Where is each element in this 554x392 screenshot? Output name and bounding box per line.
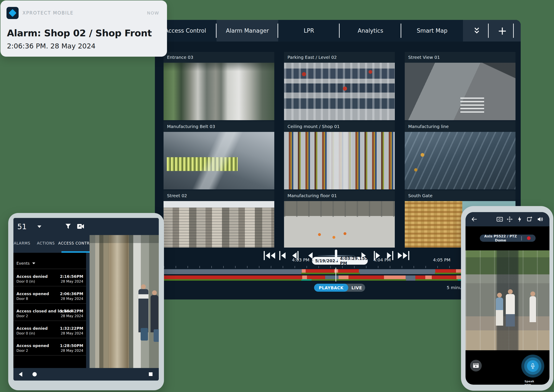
timeline-segment-green <box>312 279 406 281</box>
jump-to-start-glyph <box>266 252 270 259</box>
tab-alarm-manager[interactable]: Alarm Manager <box>217 20 278 42</box>
back-icon[interactable] <box>471 216 478 223</box>
tablet-camera-feed[interactable] <box>90 235 159 368</box>
mic-icon <box>527 360 539 372</box>
person-figure <box>496 298 503 326</box>
timeline-tick <box>426 266 426 268</box>
camera-tile-manufacturing-belt-03[interactable]: Manufacturing Belt 03 <box>163 121 274 189</box>
phone-device: Axis P5522 / PTZ Dome Speak now <box>461 206 553 391</box>
event-door: Door 0 (in) <box>16 279 35 283</box>
timeline-playhead[interactable] <box>335 268 336 281</box>
camera-tile-header: Street 02 <box>163 190 274 201</box>
camera-name-label: Street View 01 <box>408 55 440 60</box>
jump-to-end-glyph <box>398 252 402 259</box>
previous-sequence-button[interactable] <box>276 250 289 262</box>
android-back-icon[interactable] <box>19 372 22 377</box>
timeline-tick <box>414 266 414 268</box>
camera-feed-image <box>163 132 274 189</box>
add-tab-icon[interactable]: + <box>495 20 510 42</box>
timeline-segment-red <box>435 269 456 273</box>
camera-count-dropdown[interactable]: 51 <box>17 222 41 231</box>
timeline-segment-salmon <box>302 275 307 279</box>
camera-tile-header: Parking East / Level 02 <box>284 52 395 63</box>
camera-tile-street-view-01[interactable]: Street View 01 <box>405 52 516 120</box>
camera-name-label: Parking East / Level 02 <box>287 55 337 60</box>
record-indicator[interactable] <box>522 236 536 240</box>
speaker-icon[interactable] <box>537 216 544 223</box>
tab-separator <box>216 24 217 38</box>
time-slider-handle[interactable] <box>335 250 337 262</box>
camera-name-pill[interactable]: Axis P5522 / PTZ Dome <box>480 235 536 242</box>
tab-toolbar: + <box>463 20 521 42</box>
timeline-tick <box>235 266 235 268</box>
event-row[interactable]: Access deniedDoor 0 (in)1:32:22PM28 May … <box>14 321 86 338</box>
camera-feed-image <box>284 132 395 189</box>
chevron-down-icon <box>37 225 41 228</box>
time-label: 4:04 PM <box>373 257 391 263</box>
timeline-tick <box>342 266 343 268</box>
current-time-pill[interactable]: 5/19/2024 4:03:29.155 PM <box>312 257 368 265</box>
jump-to-start-button[interactable] <box>263 250 276 262</box>
person-figure <box>150 295 158 332</box>
timeline-segment-red <box>432 275 456 279</box>
tablet-tab-actions[interactable]: ACTIONS <box>37 241 55 245</box>
camera-tile-parking-east-level-02[interactable]: Parking East / Level 02 <box>284 52 395 120</box>
tab-analytics[interactable]: Analytics <box>340 20 401 42</box>
android-home-icon[interactable] <box>32 372 37 377</box>
event-door: Door 8 <box>16 297 28 301</box>
video-camera-icon[interactable] <box>77 224 84 230</box>
event-door: Door 2 <box>16 314 28 318</box>
camera-tile-header: Manufacturing line <box>405 121 516 132</box>
camera-name-label: South Gate <box>408 193 433 198</box>
current-date: 5/19/2024 <box>315 258 338 263</box>
android-recents-icon[interactable] <box>149 372 152 376</box>
phone-camera-feed[interactable] <box>466 250 549 350</box>
jump-to-end-button[interactable] <box>397 250 410 262</box>
tablet-screen: 51 ALARMSACTIONSACCESS CONTROL Events Ac… <box>14 218 159 381</box>
event-row[interactable]: Access openedDoor 82:06:36PM28 May 2024 <box>14 286 86 304</box>
event-row[interactable]: Access openedDoor 21:28:50PM28 May 2024 <box>14 338 86 356</box>
tablet-tab-alarms[interactable]: ALARMS <box>14 241 30 245</box>
tab-smart-map[interactable]: Smart Map <box>401 20 463 42</box>
push-to-talk-button[interactable] <box>521 355 544 378</box>
timeline-segment-red <box>307 275 325 279</box>
timeline-segment-green <box>164 279 301 281</box>
timeline-tick <box>176 266 176 268</box>
jump-to-end-glyph <box>408 251 409 260</box>
add-view-icon[interactable] <box>526 216 533 223</box>
playback-mode-button[interactable]: PLAYBACK <box>314 284 348 292</box>
live-mode-button[interactable]: LIVE <box>348 284 365 292</box>
phone-top-bar <box>466 212 549 226</box>
camera-tile-entrance-03[interactable]: Entrance 03 <box>163 52 274 120</box>
fit-screen-icon[interactable] <box>496 216 503 223</box>
camera-tile-street-02[interactable]: Street 02 <box>163 190 274 248</box>
collapse-tabs-icon[interactable] <box>469 20 484 42</box>
event-door: Door 0 (in) <box>16 331 35 335</box>
timeline-segment-green <box>301 273 360 274</box>
timeline-tick <box>330 266 331 268</box>
alarm-notification-card[interactable]: XPROTECT MOBILE NOW Alarm: Shop 02 / Sho… <box>0 0 167 57</box>
camera-tile-ceiling-mount-shop-01[interactable]: Ceiling mount / Shop 01 <box>284 121 395 189</box>
timeline-tick <box>295 266 295 268</box>
timeline-tick <box>437 266 438 268</box>
tab-lpr[interactable]: LPR <box>278 20 340 42</box>
video-clip-button[interactable] <box>470 360 482 371</box>
flash-icon[interactable] <box>516 216 523 223</box>
next-sequence-glyph <box>392 251 393 260</box>
timeline-segment-salmon <box>425 275 432 279</box>
camera-tile-header: Ceiling mount / Shop 01 <box>284 121 395 132</box>
timeline-segment-salmon <box>384 275 406 279</box>
event-date: 28 May 2024 <box>61 314 83 318</box>
filter-icon[interactable] <box>65 223 71 231</box>
camera-tile-manufacturing-line[interactable]: Manufacturing line <box>405 121 516 189</box>
event-date: 28 May 2024 <box>61 279 83 283</box>
event-row[interactable]: Access deniedDoor 0 (in)2:16:56PM28 May … <box>14 269 86 286</box>
active-tab-underline <box>61 251 94 253</box>
camera-feed-image <box>405 63 516 120</box>
camera-tile-manufacturing-floor-01[interactable]: Manufacturing floor 01 <box>284 190 395 248</box>
timeline-tick <box>366 266 366 268</box>
event-row[interactable]: Access closed and lockedDoor 21:55:42PM2… <box>14 303 86 321</box>
ptz-control-icon[interactable] <box>506 216 513 223</box>
previous-sequence-glyph <box>279 251 280 260</box>
events-dropdown[interactable]: Events <box>16 261 35 266</box>
